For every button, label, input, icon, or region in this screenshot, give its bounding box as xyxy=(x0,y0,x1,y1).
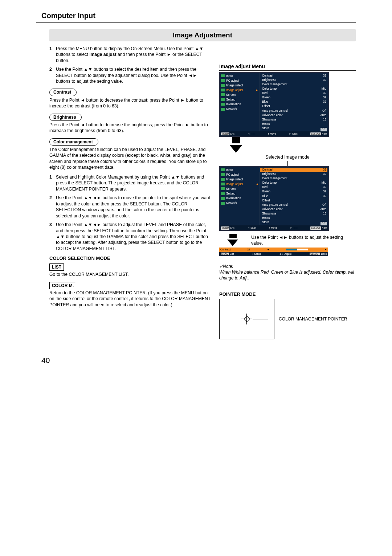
osd2-main: Contrast32Brightness32Color managementCo… xyxy=(260,167,328,226)
contrast-text: Press the Point ◄ button to decrease the… xyxy=(49,97,212,109)
callout-line xyxy=(287,161,288,166)
osd1-main: Contrast32Brightness32Color managementCo… xyxy=(260,73,328,132)
network-icon xyxy=(221,202,225,205)
list-text: Go to the COLOR MANAGEMENT LIST. xyxy=(49,271,212,277)
colormgmt-text: The Color Management function can be use… xyxy=(49,147,212,171)
callout-line-2 xyxy=(253,319,268,319)
pc-adjust-icon xyxy=(221,173,225,176)
note-title: ✓Note: xyxy=(219,263,356,269)
color-selection-mode-title: COLOR SELECTION MODE xyxy=(49,255,212,262)
network-icon xyxy=(221,108,225,111)
divider xyxy=(36,22,356,23)
crosshair-icon xyxy=(241,314,252,324)
manual-page: Computer Input Image Adjustment 1Press t… xyxy=(29,0,363,373)
adjust-hint: Use the Point ◄► buttons to adjust the s… xyxy=(251,234,356,246)
contrast-pill: Contrast xyxy=(49,89,77,96)
intro-step-2: Use the Point ▲▼ buttons to select the d… xyxy=(56,66,212,84)
information-icon xyxy=(221,103,225,106)
selected-image-mode-caption: Selected Image mode xyxy=(219,154,356,160)
brightness-text: Press the Point ◄ button to decrease the… xyxy=(49,122,212,134)
colorm-box: COLOR M. xyxy=(49,282,76,289)
input-icon xyxy=(221,74,225,77)
cm-steps: 1Select and highlight Color Management b… xyxy=(49,174,212,252)
left-column: 1Press the MENU button to display the On… xyxy=(49,46,212,339)
arrow-down-icon-1 xyxy=(229,145,242,153)
pointer-mode-title: POINTER MODE xyxy=(219,291,356,298)
intro-step-1: Press the MENU button to display the On-… xyxy=(56,46,212,64)
osd2-footer: MENUExit ◄ Back ♦ Move ► ----- SELECT Ne… xyxy=(220,225,328,230)
arrow-down-icon-2 xyxy=(227,240,238,246)
pc-adjust-icon xyxy=(221,79,225,82)
cm-step-2: Use the Point ▲▼◄► buttons to move the p… xyxy=(56,195,212,219)
note-block: ✓Note: When White balance Red, Green or … xyxy=(219,263,356,281)
colormgmt-pill: Color management xyxy=(49,138,98,146)
osd1-footer: MENUExit ◄ ----- ♦ Move ► Next SELECT Ne… xyxy=(220,131,328,136)
slider-bar xyxy=(286,249,308,250)
chevron-left-icon: ◄ xyxy=(256,182,258,186)
osd1-page-indicator: 1/2 xyxy=(320,128,327,131)
image-adjust-icon xyxy=(221,183,225,185)
input-icon xyxy=(221,168,225,171)
cm-step-1: Select and highlight Color Management by… xyxy=(56,174,212,192)
page-number: 40 xyxy=(41,355,356,365)
right-column: Image adjust Menu Input PC adjust Image … xyxy=(219,46,356,339)
image-select-icon xyxy=(221,84,225,87)
chevron-right-icon: ► xyxy=(256,88,258,92)
note-body: When White balance Red, Green or Blue is… xyxy=(219,269,356,281)
page-title: Image Adjustment xyxy=(49,29,356,41)
arrow-stem-2 xyxy=(229,234,237,238)
contrast-slider-osd: Contrast 32 ◄► MENU Exit ♦ Scroll ◄► Adj… xyxy=(219,248,328,256)
image-adjust-menu-title: Image adjust Menu xyxy=(219,63,356,71)
intro-steps: 1Press the MENU button to display the On… xyxy=(49,46,212,85)
osd-menu-2: Input PC adjust Image select Image adjus… xyxy=(219,166,329,231)
list-box: LIST xyxy=(49,263,64,271)
setting-icon xyxy=(221,192,225,195)
section-header: Computer Input xyxy=(41,11,356,21)
osd2-page-indicator: 1/2 xyxy=(320,222,327,225)
information-icon xyxy=(221,197,225,200)
screen-icon xyxy=(221,93,225,96)
pointer-label: COLOR MANAGEMENT POINTER xyxy=(279,316,347,322)
arrow-stem-1 xyxy=(232,137,240,143)
cm-step-3: Use the Point ▲▼◄► buttons to adjust the… xyxy=(56,222,212,252)
screen-icon xyxy=(221,187,225,190)
osd1-sidebar: Input PC adjust Image select Image adjus… xyxy=(220,73,260,132)
osd2-sidebar: Input PC adjust Image select Image adjus… xyxy=(220,167,260,226)
image-adjust-icon xyxy=(221,89,225,91)
osd-menu-1: Input PC adjust Image select Image adjus… xyxy=(219,72,329,137)
image-select-icon xyxy=(221,178,225,181)
pointer-mode-area: POINTER MODE COLOR MANAGEMENT POINTER xyxy=(219,291,356,339)
colorm-text: Return to the COLOR MANAGEMENT POINTER. … xyxy=(49,290,212,308)
setting-icon xyxy=(221,98,225,101)
brightness-pill: Brightness xyxy=(49,114,82,121)
